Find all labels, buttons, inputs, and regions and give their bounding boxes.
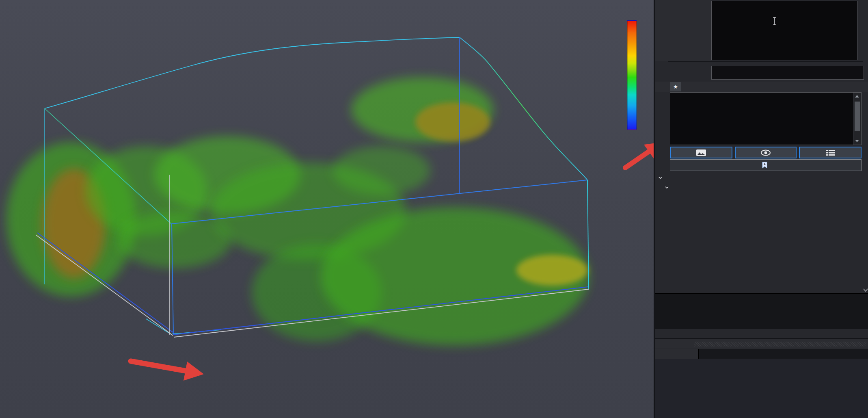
3d-viewport[interactable]	[0, 0, 654, 418]
logging-level-value[interactable]	[698, 349, 868, 359]
chevron-down-icon	[665, 186, 669, 189]
colorbar-legend	[572, 15, 638, 154]
bookmarks-list	[670, 92, 862, 145]
properties-panel: ★	[654, 0, 868, 418]
bookmarks-header: ★	[655, 82, 868, 92]
chevron-down-icon	[659, 176, 662, 180]
tree-node-data-processing[interactable]	[665, 186, 672, 189]
scroll-down-icon[interactable]	[855, 140, 859, 142]
application-window: ★	[0, 0, 868, 418]
section-divider	[668, 61, 863, 62]
list-icon	[826, 149, 835, 156]
new-bookmark-button[interactable]	[670, 159, 862, 171]
plume-isosurface	[6, 77, 589, 345]
scroll-up-icon[interactable]	[855, 95, 859, 97]
image-icon	[696, 149, 706, 156]
bookmark-image-button[interactable]	[670, 147, 732, 158]
colorbar-gradient	[627, 20, 637, 130]
3d-scene	[0, 0, 654, 418]
bookmarks-scrollbar[interactable]	[853, 93, 861, 145]
annotation-arrow-bottom	[131, 361, 204, 381]
bookmark-visibility-button[interactable]	[735, 147, 797, 158]
help-description	[655, 293, 868, 329]
bookmark-actions	[670, 147, 862, 158]
grip-texture	[694, 342, 866, 347]
scroll-more-icon[interactable]	[863, 288, 868, 292]
bookmark-icon	[762, 162, 767, 169]
scrollbar-thumb[interactable]	[855, 102, 860, 131]
text-cursor-icon	[772, 17, 777, 26]
logging-level-row	[655, 349, 868, 359]
output-log-header[interactable]	[655, 338, 868, 348]
eye-icon	[760, 149, 771, 156]
tree-node-plume[interactable]	[659, 176, 665, 180]
date-format-input[interactable]	[711, 66, 864, 80]
output-log-list[interactable]	[655, 359, 868, 418]
bookmark-properties-button[interactable]	[799, 147, 862, 158]
notes-textarea[interactable]	[711, 1, 857, 60]
star-icon[interactable]: ★	[670, 82, 681, 91]
notes-label	[655, 0, 707, 60]
